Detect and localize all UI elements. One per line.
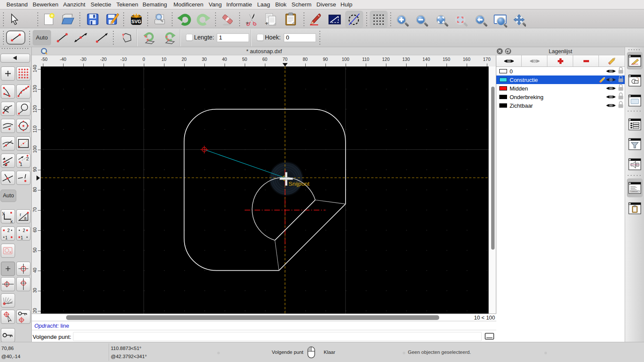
svg-text:r: r [20,212,21,217]
svg-text:1: 1 [21,235,23,240]
svg-text:1: 1 [5,235,8,240]
svg-text:+: + [265,20,268,26]
svg-text:SVG: SVG [131,19,141,24]
svg-text:2: 2 [7,228,10,233]
svg-text:x: x [10,219,13,223]
svg-text:a: a [24,216,27,220]
svg-text:command: command [631,191,638,193]
svg-text:Snijpunt: Snijpunt [289,181,310,187]
svg-text:2: 2 [26,156,29,161]
svg-text:y: y [2,210,5,215]
svg-text:+: + [246,20,249,26]
svg-text:2: 2 [23,228,25,233]
